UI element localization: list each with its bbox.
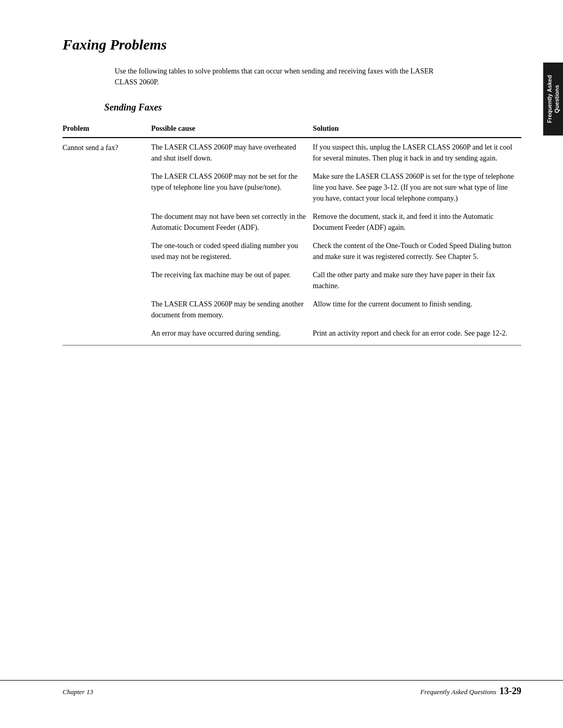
solution-cell: Check the content of the One-Touch or Co… [313,237,521,266]
problem-cell [63,266,151,295]
page-footer: Chapter 13 Frequently Asked Questions 13… [0,680,563,697]
table-row: The LASER CLASS 2060P may be sending ano… [63,295,521,324]
problem-cell [63,207,151,237]
table-row: The document may not have been set corre… [63,207,521,237]
problem-cell [63,295,151,324]
cause-cell: The LASER CLASS 2060P may not be set for… [151,167,313,207]
cause-cell: The LASER CLASS 2060P may be sending ano… [151,295,313,324]
problem-cell [63,167,151,207]
side-tab: Frequently Asked Questions [543,63,563,135]
footer-page-number: 13-29 [499,686,521,697]
cause-cell: The document may not have been set corre… [151,207,313,237]
table-row: Cannot send a fax?The LASER CLASS 2060P … [63,138,521,167]
solution-cell: If you suspect this, unplug the LASER CL… [313,138,521,167]
header-solution: Solution [313,121,521,138]
table-row: The LASER CLASS 2060P may not be set for… [63,167,521,207]
cause-cell: The one-touch or coded speed dialing num… [151,237,313,266]
footer-right: Frequently Asked Questions 13-29 [420,686,521,697]
side-tab-label: Frequently Asked Questions [546,70,561,128]
solution-cell: Call the other party and make sure they … [313,266,521,295]
cause-cell: The LASER CLASS 2060P may have overheate… [151,138,313,167]
footer-faq-label: Frequently Asked Questions [420,688,496,696]
problem-cell: Cannot send a fax? [63,138,151,167]
page-title: Faxing Problems [63,36,521,53]
solution-cell: Allow time for the current document to f… [313,295,521,324]
solution-cell: Remove the document, stack it, and feed … [313,207,521,237]
solution-cell: Make sure the LASER CLASS 2060P is set f… [313,167,521,207]
header-problem: Problem [63,121,151,138]
table-header-row: Problem Possible cause Solution [63,121,521,138]
table-row: The receiving fax machine may be out of … [63,266,521,295]
header-cause: Possible cause [151,121,313,138]
faxing-problems-table: Problem Possible cause Solution Cannot s… [63,121,521,346]
intro-text: Use the following tables to solve proble… [115,66,438,88]
footer-chapter: Chapter 13 [63,688,93,696]
section-title: Sending Faxes [104,102,521,113]
table-row: The one-touch or coded speed dialing num… [63,237,521,266]
problem-cell [63,324,151,346]
page-container: Frequently Asked Questions Faxing Proble… [0,0,563,728]
table-row: An error may have occurred during sendin… [63,324,521,346]
cause-cell: The receiving fax machine may be out of … [151,266,313,295]
problem-cell [63,237,151,266]
solution-cell: Print an activity report and check for a… [313,324,521,346]
cause-cell: An error may have occurred during sendin… [151,324,313,346]
